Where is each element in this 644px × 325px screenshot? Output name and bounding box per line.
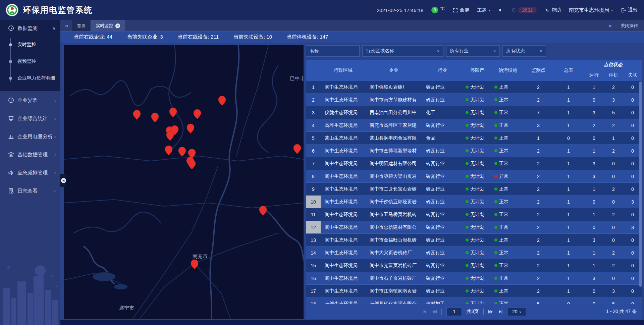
table-row[interactable]: 3仪陇生态环境局西南油气田分公司川中化工无计划正常71350 xyxy=(306,106,642,119)
table-row[interactable]: 8阆中生态环境局阆中市枣碧大梁山页岩砖瓦行业无计划异常21300 xyxy=(306,170,642,183)
close-icon[interactable]: ✕ xyxy=(115,23,120,28)
tab-home[interactable]: 首页 xyxy=(72,20,90,31)
close-operations-button[interactable]: 关闭操作 xyxy=(621,23,638,29)
fullscreen-button[interactable]: 全屏 xyxy=(453,7,469,13)
table-row[interactable]: 2阆中生态环境局阆中市南方节能建材有砖瓦行业无计划正常21030 xyxy=(306,94,642,106)
help-button[interactable]: 帮助 xyxy=(545,7,561,13)
page-number-input[interactable] xyxy=(446,307,462,316)
row-limit-status: 无计划 xyxy=(463,196,492,208)
table-row[interactable]: 18南部生态环境局南部县矿化水泥有限公建材加工无计划正常50050 xyxy=(306,297,642,304)
table-scrollbar-thumb[interactable] xyxy=(639,82,642,287)
row-monitor-count: 2 xyxy=(524,170,553,182)
row-number: 1 xyxy=(306,81,321,93)
sidebar-subitem[interactable]: 企业电力负荷明细 xyxy=(0,70,60,87)
notifications[interactable]: 2632 xyxy=(511,7,537,13)
first-page-button[interactable] xyxy=(422,309,427,314)
row-facility-status: 正常 xyxy=(492,234,524,246)
bell-icon xyxy=(511,8,516,13)
table-row[interactable]: 1阆中生态环境局阆中强锐页岩砖厂砖瓦行业无计划正常21120 xyxy=(306,81,642,94)
industry-filter-select[interactable]: 所有行业 ∨ xyxy=(446,45,500,57)
table-row[interactable]: 6阆中生态环境局阆中市金博瑞新型墙材砖瓦行业无计划正常21120 xyxy=(306,145,642,157)
row-industry: 砖瓦行业 xyxy=(422,94,463,106)
sidebar-item-3[interactable]: 企业综合统计‹ xyxy=(0,109,60,127)
notification-count-badge: 2632 xyxy=(518,7,537,13)
table-row[interactable]: 10阆中生态环境局阆中千佛镇五郎垭页岩砖瓦行业无计划正常21003 xyxy=(306,196,642,208)
row-limit-status: 无计划 xyxy=(463,119,492,131)
sidebar-item-5[interactable]: 基础数据管理‹ xyxy=(0,146,60,164)
row-monitor-count: 2 xyxy=(524,157,553,170)
theme-dropdown[interactable]: 主题 ▾ xyxy=(477,7,490,13)
row-limit-status: 无计划 xyxy=(463,297,492,304)
table-row[interactable]: 14阆中生态环境局阆中大兴页岩机砖厂砖瓦行业无计划正常21120 xyxy=(306,247,642,259)
speaker-icon xyxy=(498,8,503,12)
row-industry: 砖瓦行业 xyxy=(422,81,463,93)
row-limit-status: 无计划 xyxy=(463,183,492,195)
map-city-label: 巴中市 xyxy=(290,75,304,81)
row-meter-count: 1 xyxy=(553,285,584,297)
sidebar-section: 企业用电量分析‹ xyxy=(0,127,60,146)
sidebar-item-7[interactable]: 日志查看‹ xyxy=(0,182,60,200)
status-filter-select[interactable]: 所有状态 ∨ xyxy=(502,45,546,57)
sidebar-item-6[interactable]: 应急减排管理‹ xyxy=(0,164,60,182)
sidebar-subitem[interactable]: 视频监控 xyxy=(0,53,60,70)
sidebar-item-1[interactable]: 数据监测∨ xyxy=(0,20,60,36)
row-region: 阆中生态环境局 xyxy=(321,247,366,259)
prev-page-button[interactable] xyxy=(432,309,437,314)
org-dropdown[interactable]: 南充市生态环境局 ▾ xyxy=(569,7,613,13)
row-monitor-count: 2 xyxy=(524,272,553,284)
sidebar-item-4[interactable]: 企业用电量分析‹ xyxy=(0,127,60,146)
table-row[interactable]: 12阆中生态环境局阆中市忠信建材有限公砖瓦行业无计划正常21003 xyxy=(306,221,642,234)
row-region: 阆中生态环境局 xyxy=(321,221,366,233)
row-region: 阆中生态环境局 xyxy=(321,285,366,297)
sidebar: 数据监测∨实时监控视频监控企业电力负荷明细企业异常‹企业综合统计‹企业用电量分析… xyxy=(0,20,60,325)
row-monitor-count: 2 xyxy=(524,234,553,246)
page-size-select[interactable]: 20 ∨ xyxy=(508,307,526,316)
sidebar-item-2[interactable]: 企业异常‹ xyxy=(0,91,60,109)
table-row[interactable]: 9阆中生态环境局阆中市二龙长宝页岩砖砖瓦行业无计划正常21120 xyxy=(306,183,642,196)
row-run-count: 2 xyxy=(584,119,604,131)
row-stop-count: 0 xyxy=(604,234,623,246)
tab-realtime-monitor[interactable]: 实时监控 ✕ xyxy=(91,20,125,31)
status-dot-icon xyxy=(466,289,469,292)
table-row[interactable]: 16阆中生态环境局阆中市石子页岩机砖厂砖瓦行业无计划正常21300 xyxy=(306,272,642,285)
name-filter-input[interactable] xyxy=(306,45,360,57)
table-row[interactable]: 11阆中生态环境局阆中市五马桥页岩机砖砖瓦行业无计划正常21120 xyxy=(306,208,642,221)
region-filter-select[interactable]: 行政区域名称 ∨ xyxy=(362,45,443,57)
row-meter-count: 1 xyxy=(553,208,584,221)
col-lost: 失联 xyxy=(623,69,642,81)
logout-button[interactable]: 退出 xyxy=(621,7,637,13)
row-run-count: 3 xyxy=(584,234,604,246)
row-number: 13 xyxy=(306,234,321,246)
row-industry: 砖瓦行业 xyxy=(422,157,463,170)
chevron-left-icon: ‹ xyxy=(54,188,56,194)
pager-divider xyxy=(483,309,484,315)
status-dot-icon xyxy=(494,200,497,203)
phone-icon xyxy=(545,8,549,12)
status-dot-icon xyxy=(494,137,497,140)
row-industry: 砖瓦行业 xyxy=(422,145,463,157)
row-meter-count: 1 xyxy=(553,157,584,170)
last-page-button[interactable] xyxy=(498,309,503,314)
table-row[interactable]: 4高坪生态环境局南充市高坪区王家店建砖瓦行业无计划正常31220 xyxy=(306,119,642,132)
sidebar-subitem[interactable]: 实时监控 xyxy=(0,36,60,53)
next-page-button[interactable] xyxy=(488,309,493,314)
alert-icon xyxy=(8,97,14,103)
table-row[interactable]: 17阆中生态环境局阆中市江南镇阆南页岩砖瓦行业无计划正常21030 xyxy=(306,285,642,297)
sidebar-collapse-handle[interactable]: ◀ xyxy=(60,174,66,187)
status-dot-icon xyxy=(466,111,469,114)
table-row[interactable]: 5营山生态环境局营山县润丰肉食品有限食品无计划正常10010 xyxy=(306,132,642,145)
row-run-count: 1 xyxy=(584,145,604,157)
sound-toggle[interactable] xyxy=(498,8,503,12)
tabs-scroll-right-icon[interactable]: » xyxy=(609,22,612,29)
row-monitor-count: 2 xyxy=(524,196,553,208)
row-stop-count: 2 xyxy=(604,119,623,131)
table-row[interactable]: 15阆中生态环境局阆中市光富页岩机砖厂砖瓦行业无计划正常21120 xyxy=(306,259,642,272)
tabs-scroll-left-icon[interactable]: « xyxy=(65,22,68,29)
content: 巴中市南充市遂宁市 行政区域名称 ∨ 所有行业 ∨ xyxy=(60,43,644,320)
table-row[interactable]: 13阆中生态环境局阆中市金福旺页岩机砖砖瓦行业无计划正常21300 xyxy=(306,234,642,247)
map-panel[interactable]: 巴中市南充市遂宁市 xyxy=(64,45,304,319)
row-number: 10 xyxy=(306,196,321,208)
table-row[interactable]: 7阆中生态环境局阆中明阳建材有限公司砖瓦行业无计划正常21300 xyxy=(306,157,642,170)
row-meter-count: 0 xyxy=(553,297,584,304)
row-industry: 砖瓦行业 xyxy=(422,183,463,195)
